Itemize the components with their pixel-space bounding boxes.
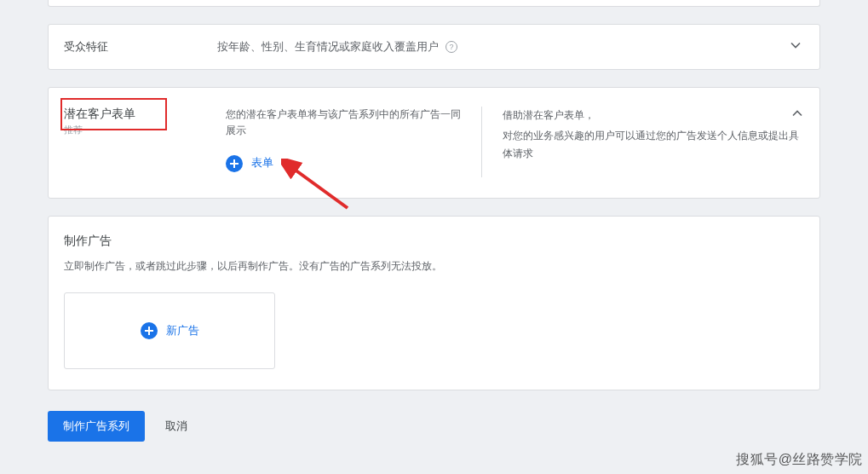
previous-section-stub: [48, 0, 820, 7]
lead-form-subtitle: 推荐: [64, 124, 226, 136]
audience-desc-text: 按年龄、性别、生育情况或家庭收入覆盖用户: [217, 39, 439, 55]
audience-description: 按年龄、性别、生育情况或家庭收入覆盖用户 ?: [217, 39, 787, 55]
help-icon[interactable]: ?: [445, 41, 457, 53]
lead-form-section: 潜在客户表单 推荐 您的潜在客户表单将与该广告系列中的所有广告一同展示 表单 借…: [48, 87, 820, 199]
lead-form-desc: 您的潜在客户表单将与该广告系列中的所有广告一同展示: [226, 107, 464, 139]
create-ad-title: 制作广告: [64, 234, 804, 249]
cancel-button[interactable]: 取消: [165, 419, 187, 434]
lead-form-help: 借助潜在客户表单， 对您的业务感兴趣的用户可以通过您的广告发送个人信息或提出具体…: [503, 107, 804, 162]
create-campaign-button[interactable]: 制作广告系列: [48, 411, 145, 442]
new-ad-label: 新广告: [166, 323, 199, 338]
add-form-label: 表单: [251, 154, 273, 172]
watermark: 搜狐号@丝路赞学院: [736, 451, 863, 469]
lead-form-title: 潜在客户表单: [64, 107, 226, 122]
new-ad-button[interactable]: 新广告: [64, 292, 275, 369]
create-ad-section: 制作广告 立即制作广告，或者跳过此步骤，以后再制作广告。没有广告的广告系列无法投…: [48, 216, 820, 390]
footer-actions: 制作广告系列 取消: [0, 408, 868, 455]
lead-help-title: 借助潜在客户表单，: [503, 107, 804, 124]
create-ad-desc: 立即制作广告，或者跳过此步骤，以后再制作广告。没有广告的广告系列无法投放。: [64, 259, 804, 274]
divider: [481, 107, 482, 177]
add-form-button[interactable]: 表单: [226, 154, 273, 172]
chevron-up-icon[interactable]: [789, 105, 806, 125]
plus-icon: [226, 155, 243, 172]
lead-help-desc: 对您的业务感兴趣的用户可以通过您的广告发送个人信息或提出具体请求: [503, 127, 804, 162]
chevron-down-icon[interactable]: [787, 37, 804, 57]
audience-label: 受众特征: [64, 39, 217, 55]
plus-icon: [141, 322, 158, 339]
audience-section[interactable]: 受众特征 按年龄、性别、生育情况或家庭收入覆盖用户 ?: [48, 24, 820, 70]
